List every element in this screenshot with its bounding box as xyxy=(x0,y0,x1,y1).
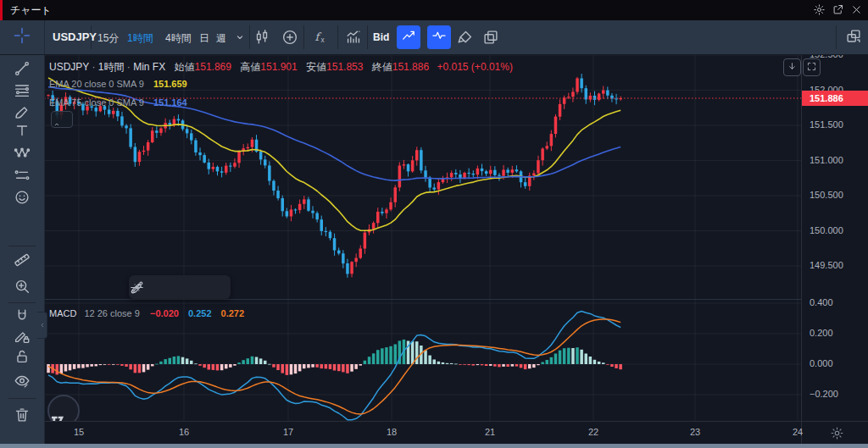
candle-body xyxy=(129,128,132,147)
chart-properties-paint-button[interactable] xyxy=(456,27,475,47)
drawing-mode-lock-tool-button[interactable] xyxy=(13,327,31,346)
symbol-legend[interactable]: USDJPY · 1時間 · Min FX 始値151.869 高値151.90… xyxy=(49,60,513,75)
timeframe-day[interactable]: 日 xyxy=(199,31,209,46)
magnet-tool-button[interactable] xyxy=(13,307,31,326)
xabcd-pattern-tool-button[interactable] xyxy=(13,143,31,162)
tradingview-logo[interactable] xyxy=(47,395,80,421)
macd-histogram-bar xyxy=(86,364,89,368)
macd-histogram-bar xyxy=(77,364,81,368)
price-pane[interactable] xyxy=(44,54,801,299)
window-bottom-edge[interactable] xyxy=(0,444,868,448)
emoji-tool-button[interactable] xyxy=(13,188,31,207)
lock-drawings-tool-button[interactable] xyxy=(13,347,31,366)
pulse-mode-button-active[interactable] xyxy=(427,25,451,49)
brush-tool-button[interactable] xyxy=(200,275,229,299)
window-capture-button[interactable] xyxy=(843,26,865,47)
floating-drawing-toolbar xyxy=(129,275,231,299)
time-scale[interactable]: 1516171821222324 xyxy=(44,421,868,445)
ruler-tool-button[interactable] xyxy=(13,251,31,269)
candle-body xyxy=(463,173,466,178)
chart-area[interactable]: USDJPY · 1時間 · Min FX 始値151.869 高値151.90… xyxy=(44,54,801,421)
macd-histogram-bar xyxy=(454,364,458,365)
trend-mode-button-active[interactable] xyxy=(397,25,420,49)
candle-body xyxy=(511,169,515,173)
chart-toolbar: USDJPY 15分 1時間 4時間 日 週 fx Bid xyxy=(0,20,868,55)
forecast-tool-button[interactable] xyxy=(13,166,31,185)
scales-settings-button[interactable] xyxy=(830,426,844,440)
macd-signal-value: 0.272 xyxy=(221,308,245,318)
candle-body xyxy=(454,173,458,174)
macd-histogram-bar xyxy=(233,364,236,366)
candle-body xyxy=(376,212,380,223)
close-label: 終値 xyxy=(372,61,392,73)
legend-collapse-button[interactable] xyxy=(51,111,73,128)
macd-histogram-bar xyxy=(99,364,103,365)
macd-histogram-bar xyxy=(602,362,605,364)
window-title: チャート xyxy=(10,3,52,18)
macd-histogram-bar xyxy=(229,364,232,368)
zoom-in-tool-button[interactable] xyxy=(13,277,31,296)
sidebar-collapse-handle[interactable] xyxy=(37,312,47,339)
candle-body xyxy=(498,175,501,176)
duplicate-layout-button[interactable] xyxy=(481,27,500,47)
compare-add-symbol-button[interactable] xyxy=(280,27,300,47)
horizontal-line-tool-button[interactable] xyxy=(171,275,200,299)
candle-body xyxy=(112,111,115,114)
legend-feed: Min FX xyxy=(133,61,165,73)
indicators-fx-button[interactable]: fx xyxy=(310,27,331,47)
settings-icon[interactable] xyxy=(813,3,826,16)
candle-body xyxy=(290,209,293,216)
candle-body xyxy=(493,170,497,175)
maximize-pane-button[interactable] xyxy=(803,58,821,76)
legend-interval: 1時間 xyxy=(98,61,125,73)
macd-histogram-bar xyxy=(350,364,353,372)
open-in-new-window-icon[interactable] xyxy=(832,3,844,16)
chart-style-candles-button[interactable] xyxy=(253,27,271,47)
timeframe-15m[interactable]: 15分 xyxy=(97,31,119,46)
macd-histogram-bar xyxy=(95,364,98,366)
price-scale[interactable]: 152.500152.000151.500151.000150.500150.0… xyxy=(801,54,868,421)
candle-body xyxy=(134,147,137,163)
text-tool-button[interactable] xyxy=(13,121,31,140)
arrow-down-icon xyxy=(787,60,798,75)
candle-body xyxy=(359,249,363,258)
scroll-to-recent-button[interactable] xyxy=(783,58,801,76)
macd-histogram-bar xyxy=(459,364,462,365)
high-value: 151.901 xyxy=(260,61,297,73)
timeframe-week[interactable]: 週 xyxy=(216,31,226,46)
trend-line-tool-button[interactable] xyxy=(13,59,31,78)
trend-line-tool-button[interactable] xyxy=(142,275,171,299)
macd-legend[interactable]: MACD 12 26 close 9 −0.020 0.252 0.272 xyxy=(49,308,244,318)
chart-window: チャート USDJPY 15分 1時間 4時間 日 週 fx Bid xyxy=(0,0,868,448)
candle-body xyxy=(203,155,206,163)
crosshair-tool-button[interactable] xyxy=(0,20,45,54)
ema20-legend[interactable]: EMA 20 close 0 SMA 9 151.659 xyxy=(49,79,187,89)
bid-toggle-button[interactable]: Bid xyxy=(373,31,389,43)
candle-body xyxy=(116,111,120,117)
macd-histogram-bar xyxy=(220,364,224,370)
timeframe-4h[interactable]: 4時間 xyxy=(165,31,192,46)
macd-histogram-bar xyxy=(615,364,618,368)
candle-body xyxy=(325,231,328,232)
candle-body xyxy=(385,209,388,213)
macd-histogram-bar xyxy=(315,364,319,368)
indicator-templates-button[interactable] xyxy=(343,27,364,47)
hide-drawings-tool-button[interactable] xyxy=(13,372,31,390)
candle-body xyxy=(428,178,431,188)
candle-body xyxy=(606,91,609,96)
pulse-line-icon xyxy=(431,27,448,47)
titlebar-accent xyxy=(0,0,3,20)
macd-histogram-bar xyxy=(129,364,132,369)
candle-body xyxy=(472,174,476,174)
pane-resize-handle[interactable] xyxy=(44,299,801,300)
fib-retracement-tool-button[interactable] xyxy=(13,81,31,100)
timeframe-1h[interactable]: 1時間 xyxy=(127,31,153,46)
close-icon[interactable] xyxy=(850,3,863,16)
brush-tool-button[interactable] xyxy=(13,102,31,121)
timeframe-menu-chevron-icon[interactable] xyxy=(232,27,248,47)
candle-body xyxy=(576,79,579,92)
ema75-name: EMA 75 close 0 SMA 9 xyxy=(49,97,144,108)
candle-body xyxy=(567,97,570,97)
remove-drawings-tool-button[interactable] xyxy=(13,406,31,424)
ema75-legend[interactable]: EMA 75 close 0 SMA 9 151.164 xyxy=(49,97,187,108)
